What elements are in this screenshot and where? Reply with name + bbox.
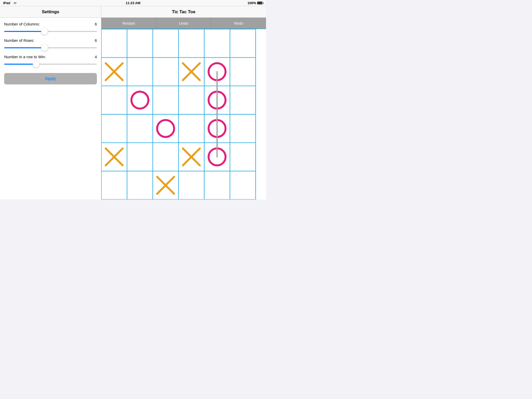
- game-area: Restart Undo Redo: [101, 18, 266, 200]
- toolbar: Restart Undo Redo: [101, 18, 266, 29]
- cell-4-3[interactable]: [179, 143, 204, 171]
- cell-2-5[interactable]: [230, 87, 255, 114]
- settings-title: Settings: [0, 6, 101, 17]
- cell-3-4[interactable]: [205, 115, 229, 142]
- win-value: 4: [95, 55, 97, 59]
- cell-2-0[interactable]: [102, 87, 127, 114]
- cell-0-2[interactable]: [153, 30, 178, 57]
- settings-panel: Number of Columns: 6 Number of Rows: 6 N…: [0, 18, 101, 200]
- cell-1-4[interactable]: [205, 58, 229, 85]
- cell-1-1[interactable]: [128, 58, 152, 85]
- status-right: 100%: [248, 1, 263, 5]
- rows-label: Number of Rows:: [4, 38, 34, 43]
- win-slider[interactable]: [4, 64, 97, 65]
- columns-slider[interactable]: [4, 31, 97, 32]
- cell-5-2[interactable]: [153, 172, 178, 199]
- cell-1-2[interactable]: [153, 58, 178, 85]
- cell-4-1[interactable]: [128, 143, 152, 171]
- rows-slider[interactable]: [4, 47, 97, 48]
- cell-3-1[interactable]: [128, 115, 152, 142]
- cell-5-0[interactable]: [102, 172, 127, 199]
- cell-2-4[interactable]: [205, 87, 229, 114]
- wifi-icon: [13, 2, 17, 5]
- cell-5-5[interactable]: [230, 172, 255, 199]
- cell-3-5[interactable]: [230, 115, 255, 142]
- cell-0-1[interactable]: [128, 30, 152, 57]
- nav-bar: Settings Tic Tac Toe: [0, 6, 266, 18]
- cell-3-0[interactable]: [102, 115, 127, 142]
- cell-4-2[interactable]: [153, 143, 178, 171]
- cell-0-4[interactable]: [205, 30, 229, 57]
- cell-5-1[interactable]: [128, 172, 152, 199]
- game-grid: [101, 29, 266, 200]
- restart-button[interactable]: Restart: [101, 18, 156, 29]
- battery-icon: [257, 2, 263, 4]
- cell-0-3[interactable]: [179, 30, 204, 57]
- undo-button[interactable]: Undo: [156, 18, 211, 29]
- cell-4-5[interactable]: [230, 143, 255, 171]
- apply-button[interactable]: Apply: [4, 73, 97, 84]
- status-left: iPad: [3, 1, 17, 5]
- cell-5-3[interactable]: [179, 172, 204, 199]
- status-bar: iPad 11:23 AM 100%: [0, 0, 266, 6]
- cell-2-3[interactable]: [179, 87, 204, 114]
- cell-4-4[interactable]: [205, 143, 229, 171]
- rows-value: 6: [95, 38, 97, 43]
- status-time: 11:23 AM: [126, 1, 141, 5]
- columns-setting: Number of Columns: 6: [4, 22, 97, 35]
- win-setting: Number in a row to Win: 4: [4, 55, 97, 68]
- win-label: Number in a row to Win:: [4, 55, 46, 59]
- battery-percent: 100%: [248, 1, 256, 5]
- main-content: Number of Columns: 6 Number of Rows: 6 N…: [0, 18, 266, 200]
- columns-value: 6: [95, 22, 97, 26]
- cell-2-1[interactable]: [128, 87, 152, 114]
- redo-button[interactable]: Redo: [211, 18, 266, 29]
- rows-setting: Number of Rows: 6: [4, 38, 97, 51]
- cell-1-3[interactable]: [179, 58, 204, 85]
- game-title: Tic Tac Toe: [101, 6, 266, 17]
- cell-0-0[interactable]: [102, 30, 127, 57]
- grid-area[interactable]: [101, 29, 266, 200]
- cell-3-3[interactable]: [179, 115, 204, 142]
- cell-1-5[interactable]: [230, 58, 255, 85]
- cell-5-4[interactable]: [205, 172, 229, 199]
- cell-4-0[interactable]: [102, 143, 127, 171]
- cell-3-2[interactable]: [153, 115, 178, 142]
- columns-label: Number of Columns:: [4, 22, 40, 26]
- cell-1-0[interactable]: [102, 58, 127, 85]
- cell-0-5[interactable]: [230, 30, 255, 57]
- cell-2-2[interactable]: [153, 87, 178, 114]
